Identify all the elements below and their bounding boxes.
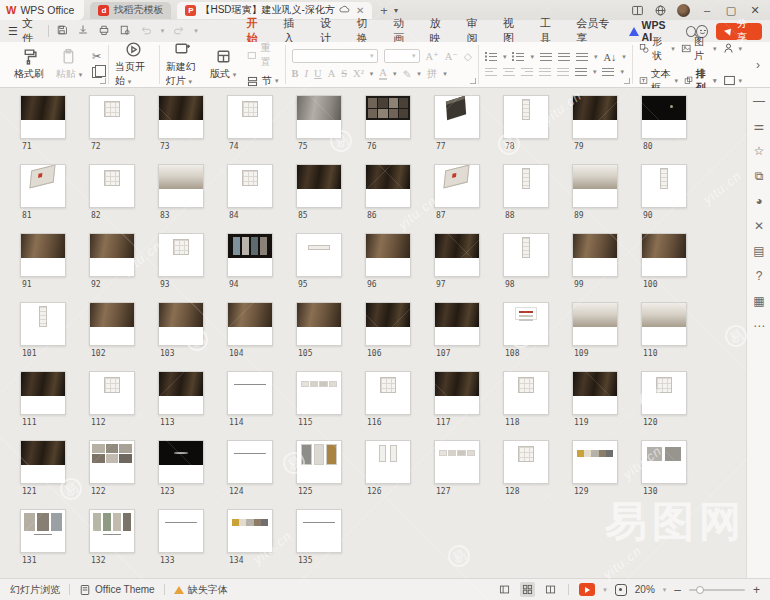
- slide-thumbnail-131[interactable]: [20, 509, 66, 553]
- distribute-button[interactable]: [557, 67, 569, 78]
- slide-thumbnail-95[interactable]: [296, 233, 342, 277]
- line-spacing-button[interactable]: [575, 67, 587, 78]
- slide-thumbnail-78[interactable]: [503, 95, 549, 139]
- normal-view-icon[interactable]: [497, 582, 512, 597]
- slide-thumbnail-94[interactable]: [227, 233, 273, 277]
- slideshow-play-button[interactable]: [579, 583, 595, 596]
- star-favorites-icon[interactable]: ☆: [747, 138, 770, 163]
- zoom-out-button[interactable]: –: [674, 583, 681, 597]
- align-left-button[interactable]: [485, 67, 497, 78]
- paste-button[interactable]: 粘贴 ▾: [52, 48, 86, 81]
- user-avatar[interactable]: [677, 4, 690, 17]
- italic-button[interactable]: I: [305, 68, 309, 79]
- slide-thumbnail-115[interactable]: [296, 371, 342, 415]
- slide-thumbnail-133[interactable]: [158, 509, 204, 553]
- export-icon[interactable]: [77, 24, 89, 38]
- font-color-button[interactable]: A: [379, 67, 387, 80]
- slide-thumbnail-91[interactable]: [20, 233, 66, 277]
- increase-indent-button[interactable]: [558, 52, 570, 63]
- redo-icon[interactable]: [173, 24, 185, 38]
- decrease-indent-button[interactable]: [540, 52, 552, 63]
- docer-template-tab[interactable]: d 找稻壳模板: [90, 2, 171, 19]
- superscript-button[interactable]: X²: [353, 68, 364, 79]
- collapse-icon[interactable]: —: [747, 88, 770, 113]
- slide-thumbnail-82[interactable]: [89, 164, 135, 208]
- assistant-icon[interactable]: ◕: [747, 188, 770, 213]
- slide-thumbnail-75[interactable]: [296, 95, 342, 139]
- slide-thumbnail-128[interactable]: [503, 440, 549, 484]
- missing-fonts-label[interactable]: 缺失字体: [188, 583, 228, 597]
- slide-thumbnail-113[interactable]: [158, 371, 204, 415]
- slide-thumbnail-72[interactable]: [89, 95, 135, 139]
- columns-button[interactable]: [602, 67, 614, 78]
- slide-thumbnail-88[interactable]: [503, 164, 549, 208]
- decrease-font-icon[interactable]: A⁻: [445, 50, 458, 62]
- bold-button[interactable]: B: [292, 68, 299, 79]
- slide-thumbnail-109[interactable]: [572, 302, 618, 346]
- play-options-caret-icon[interactable]: ▾: [603, 586, 607, 594]
- slide-thumbnail-123[interactable]: [158, 440, 204, 484]
- align-center-button[interactable]: [503, 67, 515, 78]
- slide-thumbnail-100[interactable]: [641, 233, 687, 277]
- slide-thumbnail-89[interactable]: [572, 164, 618, 208]
- slide-thumbnail-103[interactable]: [158, 302, 204, 346]
- globe-icon[interactable]: [654, 4, 667, 17]
- slide-thumbnail-101[interactable]: [20, 302, 66, 346]
- fit-to-window-icon[interactable]: [615, 584, 627, 596]
- undo-caret-icon[interactable]: ▾: [161, 27, 165, 35]
- slide-thumbnail-84[interactable]: [227, 164, 273, 208]
- close-window-icon[interactable]: ✕: [748, 4, 762, 17]
- slide-thumbnail-74[interactable]: [227, 95, 273, 139]
- slide-thumbnail-135[interactable]: [296, 509, 342, 553]
- format-painter-button[interactable]: 格式刷: [12, 48, 46, 81]
- zoom-caret-icon[interactable]: ▾: [663, 586, 667, 594]
- font-family-select[interactable]: ▾: [292, 49, 378, 63]
- slide-thumbnail-120[interactable]: [641, 371, 687, 415]
- slide-thumbnail-111[interactable]: [20, 371, 66, 415]
- slide-thumbnail-96[interactable]: [365, 233, 411, 277]
- slide-thumbnail-126[interactable]: [365, 440, 411, 484]
- slide-thumbnail-122[interactable]: [89, 440, 135, 484]
- underline-button[interactable]: U: [314, 68, 322, 79]
- slide-thumbnail-116[interactable]: [365, 371, 411, 415]
- highlight-color-button[interactable]: ✎: [402, 68, 411, 80]
- reset-button[interactable]: 重置: [246, 41, 279, 69]
- slide-thumbnail-108[interactable]: [503, 302, 549, 346]
- clear-format-icon[interactable]: ◇: [464, 50, 472, 62]
- theme-name[interactable]: Office Theme: [95, 584, 155, 595]
- reading-view-icon[interactable]: [543, 582, 558, 597]
- cut-icon[interactable]: ✂: [92, 51, 102, 62]
- character-style-button[interactable]: A: [328, 68, 336, 79]
- slide-thumbnail-117[interactable]: [434, 371, 480, 415]
- pinyin-guide-button[interactable]: 拼: [427, 67, 438, 81]
- save-icon[interactable]: [56, 24, 68, 38]
- copy-icon[interactable]: [92, 67, 102, 78]
- slide-thumbnail-129[interactable]: [572, 440, 618, 484]
- slide-thumbnail-121[interactable]: [20, 440, 66, 484]
- slide-sorter-canvas[interactable]: 7172737475767778798081828384858687888990…: [0, 88, 746, 578]
- new-slide-button[interactable]: 新建幻灯片 ▾: [166, 41, 200, 88]
- slide-thumbnail-105[interactable]: [296, 302, 342, 346]
- slide-thumbnail-107[interactable]: [434, 302, 480, 346]
- undo-icon[interactable]: [140, 24, 152, 38]
- slide-thumbnail-118[interactable]: [503, 371, 549, 415]
- slide-thumbnail-73[interactable]: [158, 95, 204, 139]
- zoom-in-button[interactable]: +: [753, 583, 760, 597]
- slide-thumbnail-76[interactable]: [365, 95, 411, 139]
- slide-thumbnail-86[interactable]: [365, 164, 411, 208]
- numbering-button[interactable]: [512, 52, 524, 63]
- slide-thumbnail-134[interactable]: [227, 509, 273, 553]
- slide-thumbnail-81[interactable]: [20, 164, 66, 208]
- ribbon-more-chevron[interactable]: ›: [748, 58, 768, 72]
- zoom-slider[interactable]: [689, 589, 745, 591]
- slide-thumbnail-112[interactable]: [89, 371, 135, 415]
- shapes-button[interactable]: 形状▾: [639, 35, 675, 63]
- slide-thumbnail-119[interactable]: [572, 371, 618, 415]
- more-ellipsis-icon[interactable]: ⋯: [747, 313, 770, 338]
- zoom-slider-knob[interactable]: [696, 586, 704, 594]
- picture-button[interactable]: 图片▾: [681, 35, 717, 63]
- align-right-button[interactable]: [521, 67, 533, 78]
- slide-thumbnail-71[interactable]: [20, 95, 66, 139]
- slide-thumbnail-114[interactable]: [227, 371, 273, 415]
- font-size-select[interactable]: ▾: [384, 49, 420, 63]
